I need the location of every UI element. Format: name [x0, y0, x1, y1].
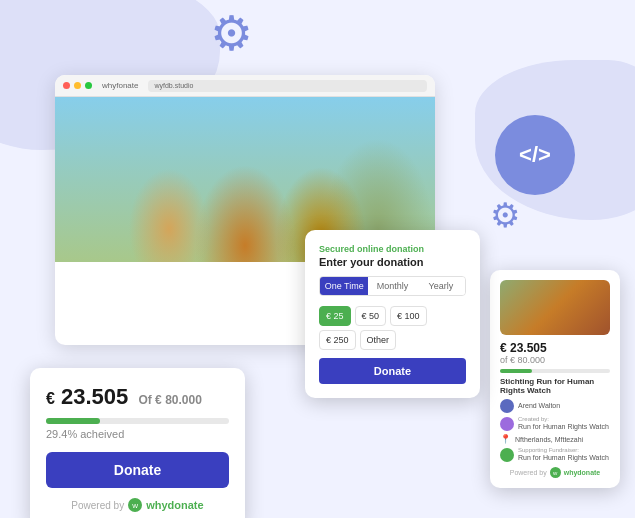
donation-target: Of € 80.000 [138, 393, 201, 407]
modal-secured-label: Secured online donation [319, 244, 466, 254]
info-row-1: Created by: Run for Human Rights Watch [500, 416, 610, 431]
amount-buttons: € 25 € 50 € 100 € 250 Other [319, 306, 466, 350]
info-powered-row: Powered by w whydonate [500, 467, 610, 478]
info-row-2: 📍 Nftherlands, Mfttezahi [500, 434, 610, 444]
tab-one-time[interactable]: One Time [320, 277, 368, 295]
whydonate-icon: w [128, 498, 142, 512]
avatar-0 [500, 399, 514, 413]
browser-tab-whydonate[interactable]: whyfonate [96, 75, 144, 96]
info-row-3: Supporting Fundraiser: Run for Human Rig… [500, 447, 610, 462]
url-bar[interactable]: wyfdb.studio [148, 80, 427, 92]
progress-bar-fill [46, 418, 100, 424]
info-text-1: Run for Human Rights Watch [518, 422, 609, 431]
whydonate-label: whydonate [146, 499, 203, 511]
code-badge: </> [495, 115, 575, 195]
tab-yearly[interactable]: Yearly [417, 277, 465, 295]
info-text-0: Arend Walton [518, 401, 560, 410]
amount-250[interactable]: € 250 [319, 330, 356, 350]
donate-modal: Secured online donation Enter your donat… [305, 230, 480, 398]
tab-monthly[interactable]: Monthly [368, 277, 416, 295]
donate-button[interactable]: Donate [46, 452, 229, 488]
info-progress-fill [500, 369, 532, 373]
gear-icon-large: ⚙ [210, 5, 253, 61]
modal-donate-button[interactable]: Donate [319, 358, 466, 384]
modal-enter-label: Enter your donation [319, 256, 466, 268]
info-wd-icon: w [550, 467, 561, 478]
map-pin-icon: 📍 [500, 434, 511, 444]
avatar-1 [500, 417, 514, 431]
donation-card: € 23.505 Of € 80.000 29.4% acheived Dona… [30, 368, 245, 518]
amount-50[interactable]: € 50 [355, 306, 387, 326]
progress-label: 29.4% acheived [46, 428, 229, 440]
close-dot [63, 82, 70, 89]
amount-100[interactable]: € 100 [390, 306, 427, 326]
info-target: of € 80.000 [500, 355, 610, 365]
info-progress-background [500, 369, 610, 373]
powered-by-label: Powered by [71, 500, 124, 511]
gear-icon-small: ⚙ [490, 195, 520, 235]
info-text-3: Run for Human Rights Watch [518, 453, 609, 462]
info-text-2: Nftherlands, Mfttezahi [515, 435, 583, 444]
info-card: € 23.505 of € 80.000 Stichting Run for H… [490, 270, 620, 488]
donation-amount: € 23.505 Of € 80.000 [46, 384, 229, 410]
maximize-dot [85, 82, 92, 89]
browser-title-bar: whyfonate wyfdb.studio [55, 75, 435, 97]
currency-symbol: € [46, 390, 55, 407]
info-row-0: Arend Walton [500, 399, 610, 413]
info-powered-label: Powered by [510, 469, 547, 476]
amount-value: 23.505 [61, 384, 128, 409]
info-amount: € 23.505 [500, 341, 610, 355]
info-card-hero-image [500, 280, 610, 335]
progress-bar-background [46, 418, 229, 424]
modal-tabs: One Time Monthly Yearly [319, 276, 466, 296]
info-whydonate-label: whydonate [564, 469, 601, 476]
amount-25[interactable]: € 25 [319, 306, 351, 326]
amount-other[interactable]: Other [360, 330, 397, 350]
info-title: Stichting Run for Human Rights Watch [500, 377, 610, 395]
minimize-dot [74, 82, 81, 89]
avatar-3 [500, 448, 514, 462]
powered-by-row: Powered by w whydonate [46, 498, 229, 512]
